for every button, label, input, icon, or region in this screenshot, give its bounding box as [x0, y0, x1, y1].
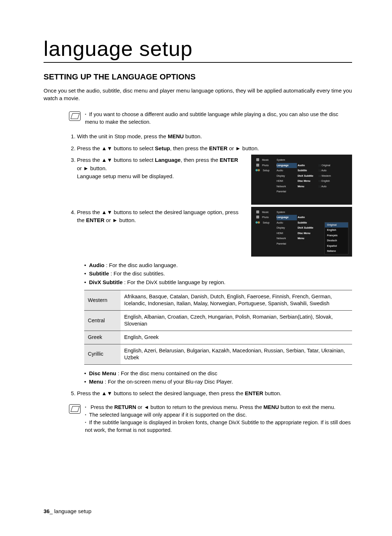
section-heading: SETTING UP THE LANGUAGE OPTIONS: [44, 72, 352, 82]
table-row: CyrillicEnglish, Azeri, Belarusian, Bulg…: [84, 344, 352, 364]
note-broken-fonts: If the subtitle language is displayed in…: [85, 419, 352, 434]
page-footer: 36_ language setup: [44, 508, 91, 514]
note-block-2: Press the RETURN or ◄ button to return t…: [69, 404, 352, 434]
bullet-subtitle: Subtitle : For the disc subtitles.: [84, 269, 352, 278]
step-1: With the unit in Stop mode, press the ME…: [77, 132, 352, 141]
step-5: Press the ▲▼ buttons to select the desir…: [77, 389, 352, 398]
note-supported: The selected language will only appear i…: [85, 411, 352, 419]
page-title: language setup: [44, 36, 352, 63]
table-row: GreekEnglish, Greek: [84, 331, 352, 344]
step-2: Press the ▲▼ buttons to select Setup, th…: [77, 144, 352, 153]
note-1: If you want to choose a different audio …: [85, 111, 352, 126]
language-dropdown: Original English Français Deutsch Españo…: [324, 222, 348, 254]
note-block-1: If you want to choose a different audio …: [69, 111, 352, 126]
bullet-disc-menu: Disc Menu : For the disc menu contained …: [84, 369, 352, 377]
ui-screenshot-1: Music Photo Setup System Language Audio …: [251, 155, 352, 205]
table-row: WesternAfrikaans, Basque, Catalan, Danis…: [84, 290, 352, 310]
step-3: Press the ▲▼ buttons to select Language,…: [77, 156, 352, 205]
intro-text: Once you set the audio, subtitle, disc m…: [44, 87, 352, 102]
step-4: Press the ▲▼ buttons to select the desir…: [77, 208, 352, 386]
table-row: CentralEnglish, Albanian, Croatian, Czec…: [84, 310, 352, 331]
note-icon: [69, 111, 81, 121]
bullet-divx: DivX Subtitle : For the DivX subtitle la…: [84, 278, 352, 286]
bullet-menu: Menu : For the on-screen menu of your Bl…: [84, 377, 352, 386]
note-return: Press the RETURN or ◄ button to return t…: [85, 404, 352, 411]
subtitle-region-table: WesternAfrikaans, Basque, Catalan, Danis…: [84, 290, 352, 365]
bullet-audio: Audio : For the disc audio language.: [84, 261, 352, 269]
ui-screenshot-2: Music Photo Setup System Language Audio …: [251, 207, 352, 257]
note-icon: [69, 404, 81, 414]
